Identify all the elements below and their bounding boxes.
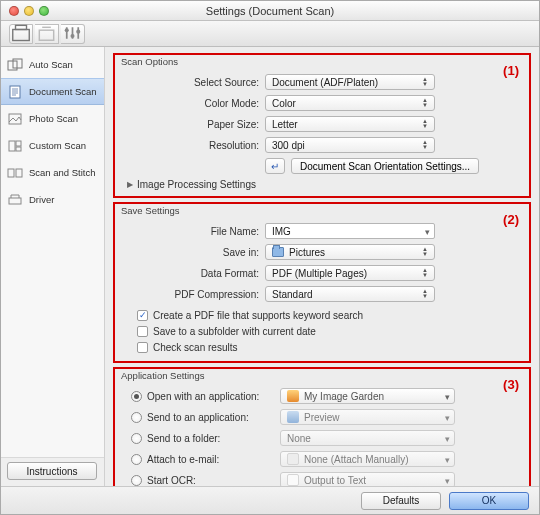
updown-icon [441,433,450,444]
radio-icon [131,391,142,402]
driver-icon [7,193,23,207]
updown-icon [441,454,450,465]
folder-icon [272,247,284,257]
data-format-dropdown[interactable]: PDF (Multiple Pages) [265,265,435,281]
sidebar-item-label: Custom Scan [29,140,86,151]
resolution-dropdown[interactable]: 300 dpi [265,137,435,153]
text-icon [287,474,299,486]
open-with-radio-row[interactable]: Open with an application: My Image Garde… [131,387,523,405]
orientation-settings-button[interactable]: Document Scan Orientation Settings... [291,158,479,174]
save-in-label: Save in: [121,247,259,258]
toolbar-preferences-icon[interactable] [61,24,85,44]
defaults-button[interactable]: Defaults [361,492,441,510]
group-number-2: (2) [503,212,519,227]
svg-rect-10 [9,141,15,151]
send-to-folder-dropdown[interactable]: None [280,430,455,446]
titlebar: Settings (Document Scan) [1,1,539,21]
pdf-compression-dropdown[interactable]: Standard [265,286,435,302]
main-panel: Scan Options (1) Select Source: Document… [105,47,539,486]
sidebar-item-scan-and-stitch[interactable]: Scan and Stitch [1,159,104,186]
restore-defaults-icon[interactable]: ↵ [265,158,285,174]
sidebar-item-auto-scan[interactable]: Auto Scan [1,51,104,78]
photo-scan-icon [7,112,23,126]
sidebar-item-custom-scan[interactable]: Custom Scan [1,132,104,159]
sidebar-item-label: Scan and Stitch [29,167,96,178]
create-pdf-checkbox-row[interactable]: Create a PDF file that supports keyword … [121,307,523,323]
svg-rect-14 [16,169,22,177]
file-name-input[interactable]: IMG [265,223,435,239]
save-in-dropdown[interactable]: Pictures [265,244,435,260]
subfolder-checkbox-row[interactable]: Save to a subfolder with current date [121,323,523,339]
instructions-button[interactable]: Instructions [7,462,97,480]
updown-icon [420,119,430,129]
close-icon[interactable] [9,6,19,16]
radio-icon [131,412,142,423]
svg-rect-0 [13,29,30,40]
sidebar-item-driver[interactable]: Driver [1,186,104,213]
pdf-compression-label: PDF Compression: [121,289,259,300]
svg-point-4 [70,34,74,38]
svg-rect-2 [39,31,53,41]
toolbar-scan-from-panel-icon[interactable] [35,24,59,44]
sidebar-item-label: Auto Scan [29,59,73,70]
updown-icon [420,289,430,299]
mail-icon [287,453,299,465]
paper-size-label: Paper Size: [121,119,259,130]
color-mode-label: Color Mode: [121,98,259,109]
svg-rect-13 [8,169,14,177]
updown-icon [441,412,450,423]
scan-options-title: Scan Options [121,56,178,67]
start-ocr-radio-row[interactable]: Start OCR: Output to Text [131,471,523,486]
svg-rect-11 [16,141,21,146]
app-settings-title: Application Settings [121,370,204,381]
updown-icon [420,77,430,87]
zoom-icon[interactable] [39,6,49,16]
save-settings-group: Save Settings (2) File Name: IMG Save in… [113,202,531,363]
updown-icon [441,475,450,486]
paper-size-dropdown[interactable]: Letter [265,116,435,132]
file-name-label: File Name: [121,226,259,237]
check-results-checkbox-row[interactable]: Check scan results [121,339,523,355]
updown-icon [420,140,430,150]
svg-rect-9 [9,114,21,124]
checkbox-icon [137,326,148,337]
resolution-label: Resolution: [121,140,259,151]
sidebar-item-document-scan[interactable]: Document Scan [1,78,104,105]
start-ocr-dropdown[interactable]: Output to Text [280,472,455,486]
send-to-folder-radio-row[interactable]: Send to a folder: None [131,429,523,447]
save-settings-title: Save Settings [121,205,180,216]
select-source-dropdown[interactable]: Document (ADF/Platen) [265,74,435,90]
window-controls [1,6,49,16]
svg-point-3 [65,29,69,33]
sidebar-item-label: Photo Scan [29,113,78,124]
updown-icon [420,98,430,108]
ok-button[interactable]: OK [449,492,529,510]
attach-email-radio-row[interactable]: Attach to e-mail: None (Attach Manually) [131,450,523,468]
svg-rect-8 [10,86,20,98]
instructions-wrap: Instructions [1,457,104,486]
sidebar-item-photo-scan[interactable]: Photo Scan [1,105,104,132]
sidebar-item-label: Driver [29,194,54,205]
radio-icon [131,475,142,486]
document-scan-icon [7,85,23,99]
attach-email-dropdown[interactable]: None (Attach Manually) [280,451,455,467]
toolbar-scan-from-computer-icon[interactable] [9,24,33,44]
settings-window: Settings (Document Scan) Auto Scan Docum… [0,0,540,515]
radio-icon [131,454,142,465]
custom-scan-icon [7,139,23,153]
minimize-icon[interactable] [24,6,34,16]
color-mode-dropdown[interactable]: Color [265,95,435,111]
auto-scan-icon [7,58,23,72]
open-with-dropdown[interactable]: My Image Garden [280,388,455,404]
data-format-label: Data Format: [121,268,259,279]
send-to-app-radio-row[interactable]: Send to an application: Preview [131,408,523,426]
toolbar [1,21,539,47]
window-title: Settings (Document Scan) [1,5,539,17]
checkbox-icon [137,342,148,353]
image-processing-disclosure[interactable]: ▶ Image Processing Settings [121,179,523,190]
group-number-1: (1) [503,63,519,78]
sidebar: Auto Scan Document Scan Photo Scan Custo… [1,47,105,486]
dropdown-icon [421,226,430,237]
disclosure-triangle-icon: ▶ [127,180,133,189]
send-to-app-dropdown[interactable]: Preview [280,409,455,425]
